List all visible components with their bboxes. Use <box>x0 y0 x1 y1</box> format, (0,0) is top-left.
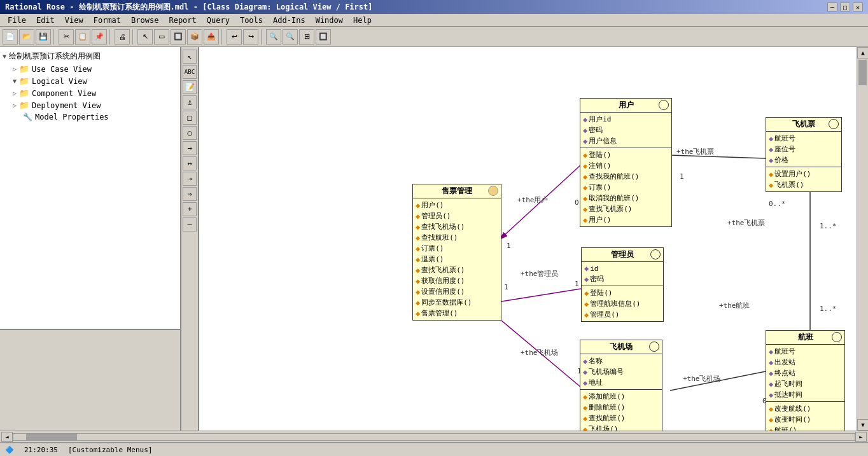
tmm-6: ◆ <box>416 255 420 264</box>
flm-o-1: ◆ <box>769 404 773 413</box>
toolbar-something3[interactable]: 📤 <box>204 29 219 45</box>
tree-view[interactable]: ▼ 绘制机票预订系统的用例图 ▷ 📁 Use Case View ▼ 📁 Log… <box>0 47 180 329</box>
title-bar-controls[interactable]: ─ □ ✕ <box>827 3 863 11</box>
diamond-icon-1: ◆ <box>583 115 587 124</box>
h-scroll-track[interactable] <box>13 433 855 441</box>
menu-tools[interactable]: Tools <box>235 15 268 26</box>
scroll-track[interactable] <box>857 59 868 419</box>
tool-anchor[interactable]: ⚓ <box>183 95 197 109</box>
tool-realize[interactable]: ⇒ <box>183 187 197 201</box>
close-btn[interactable]: ✕ <box>853 3 863 11</box>
scroll-up-btn[interactable]: ▲ <box>857 47 868 59</box>
tool-arrow[interactable]: → <box>183 141 197 155</box>
toolbar-fit[interactable]: ⊞ <box>299 29 314 45</box>
toolbar-zoomout[interactable]: 🔍 <box>283 29 298 45</box>
toolbar-paste[interactable]: 📌 <box>92 29 107 45</box>
menu-addins[interactable]: Add-Ins <box>268 15 311 26</box>
tm-methods: ◆用户() ◆管理员() ◆查找飞机场() ◆查找航班() ◆订票() ◆退票(… <box>413 198 501 320</box>
tool-depend[interactable]: ⇢ <box>183 172 197 186</box>
tool-minus[interactable]: — <box>183 218 197 231</box>
tree-deployment-view[interactable]: ▷ 📁 Deployment View <box>3 99 178 111</box>
expand-cv[interactable]: ▷ <box>13 90 17 97</box>
expand-lv[interactable]: ▼ <box>13 78 17 85</box>
admin-methods: ◆登陆() ◆管理航班信息() ◆管理员() <box>582 286 663 321</box>
toolbar-browse[interactable]: 🔲 <box>316 29 331 45</box>
user-attr-3: ◆ 用户信息 <box>583 135 669 146</box>
tm-m7: ◆查找飞机票() <box>416 265 498 275</box>
toolbar-print[interactable]: 🖨 <box>115 29 130 45</box>
class-flight-header: 航班 <box>766 331 844 345</box>
tool-assoc[interactable]: ↔ <box>183 156 197 170</box>
model-props-icon: 🔧 <box>23 113 32 121</box>
expand-root[interactable]: ▼ <box>3 53 6 60</box>
folder-icon-ucv: 📁 <box>19 64 29 74</box>
toolbar-undo[interactable]: ↩ <box>227 29 242 45</box>
tool-select[interactable]: ↖ <box>183 50 197 64</box>
expand-ucv[interactable]: ▷ <box>13 66 17 73</box>
left-bottom-panel <box>0 329 180 431</box>
class-ticketmgr[interactable]: 售票管理 ◆用户() ◆管理员() ◆查找飞机场() ◆查找航班() ◆订票()… <box>412 184 501 321</box>
user-m3: ◆查找我的航班() <box>583 171 669 182</box>
tool-class[interactable]: □ <box>183 111 197 125</box>
class-admin[interactable]: 管理员 ◆id ◆密码 ◆登陆() ◆管理航班信息() ◆管理员() <box>581 247 664 322</box>
airport-circle <box>649 342 659 352</box>
scroll-thumb[interactable] <box>858 60 867 85</box>
tmm-4: ◆ <box>416 233 420 242</box>
ticket-circle <box>829 119 839 129</box>
class-tm-header: 售票管理 <box>413 184 501 198</box>
toolbar-select[interactable]: ↖ <box>137 29 153 45</box>
menu-view[interactable]: View <box>60 15 88 26</box>
class-user[interactable]: 用户 ◆ 用户id ◆ 密码 ◆ 用户信息 ◆登陆() ◆注销() <box>580 98 672 227</box>
status-text: [Customizable Menus] <box>68 446 152 454</box>
toolbar-something[interactable]: 🔲 <box>171 29 186 45</box>
scroll-right-btn[interactable]: ► <box>855 432 867 442</box>
menu-format[interactable]: Format <box>88 15 126 26</box>
tree-use-case-view[interactable]: ▷ 📁 Use Case View <box>3 63 178 75</box>
tool-plus[interactable]: + <box>183 202 197 216</box>
menu-browse[interactable]: Browse <box>126 15 164 26</box>
toolbar-open[interactable]: 📂 <box>19 29 34 45</box>
menu-file[interactable]: File <box>3 15 31 26</box>
menu-query[interactable]: Query <box>202 15 235 26</box>
h-scroll-thumb[interactable] <box>26 434 77 440</box>
minimize-btn[interactable]: ─ <box>827 3 837 11</box>
fl-d-3: ◆ <box>769 369 773 378</box>
toolbar-new[interactable]: 📄 <box>3 29 18 45</box>
toolbar-redo[interactable]: ↪ <box>243 29 258 45</box>
t-d-2: ◆ <box>769 145 773 154</box>
tmm-7: ◆ <box>416 266 420 275</box>
tree-lv-label: Logical View <box>32 77 87 86</box>
diagram-area[interactable]: +the飞机票 1 0..* +the用户 0 1 +the管理员 1 1 +t… <box>199 47 868 431</box>
user-m6: ◆查找飞机票() <box>583 204 669 214</box>
class-ticket[interactable]: 飞机票 ◆航班号 ◆座位号 ◆价格 ◆设置用户() ◆飞机票() <box>766 117 842 192</box>
scroll-left-btn[interactable]: ◄ <box>1 432 13 442</box>
tree-logical-view[interactable]: ▼ 📁 Logical View <box>3 75 178 87</box>
tree-component-view[interactable]: ▷ 📁 Component View <box>3 87 178 99</box>
class-airport[interactable]: 飞机场 ◆名称 ◆飞机场编号 ◆地址 ◆添加航班() ◆删除航班() ◆查找航班… <box>580 340 662 431</box>
class-flight[interactable]: 航班 ◆航班号 ◆出发站 ◆终点站 ◆起飞时间 ◆抵达时间 ◆改变航线() ◆改… <box>766 330 845 431</box>
tree-model-props[interactable]: 🔧 Model Properties <box>3 111 178 123</box>
toolbar-save[interactable]: 💾 <box>36 29 51 45</box>
scroll-down-btn[interactable]: ▼ <box>857 419 868 431</box>
user-attr-info: 用户信息 <box>589 136 617 146</box>
toolbar-copy[interactable]: 📋 <box>75 29 90 45</box>
menu-window[interactable]: Window <box>311 15 348 26</box>
horizontal-scrollbar[interactable]: ◄ ► <box>0 431 868 442</box>
restore-btn[interactable]: □ <box>840 3 850 11</box>
toolbar-something2[interactable]: 📦 <box>187 29 202 45</box>
toolbar-zoomin[interactable]: 🔍 <box>266 29 281 45</box>
tool-abc[interactable]: ABC <box>183 65 197 79</box>
menu-report[interactable]: Report <box>164 15 201 26</box>
menu-help[interactable]: Help <box>348 15 377 26</box>
tree-root-label: 绘制机票预订系统的用例图 <box>9 51 101 62</box>
tool-note[interactable]: 📝 <box>183 80 197 94</box>
tree-root[interactable]: ▼ 绘制机票预订系统的用例图 <box>3 50 178 63</box>
toolbar-rect[interactable]: ▭ <box>154 29 169 45</box>
vertical-scrollbar[interactable]: ▲ ▼ <box>857 47 868 431</box>
folder-icon-lv: 📁 <box>19 76 29 86</box>
toolbar-cut[interactable]: ✂ <box>59 29 74 45</box>
d-o-2: ◆ <box>583 162 587 170</box>
expand-dv[interactable]: ▷ <box>13 102 17 109</box>
menu-edit[interactable]: Edit <box>31 15 60 26</box>
tool-interface[interactable]: ○ <box>183 126 197 140</box>
